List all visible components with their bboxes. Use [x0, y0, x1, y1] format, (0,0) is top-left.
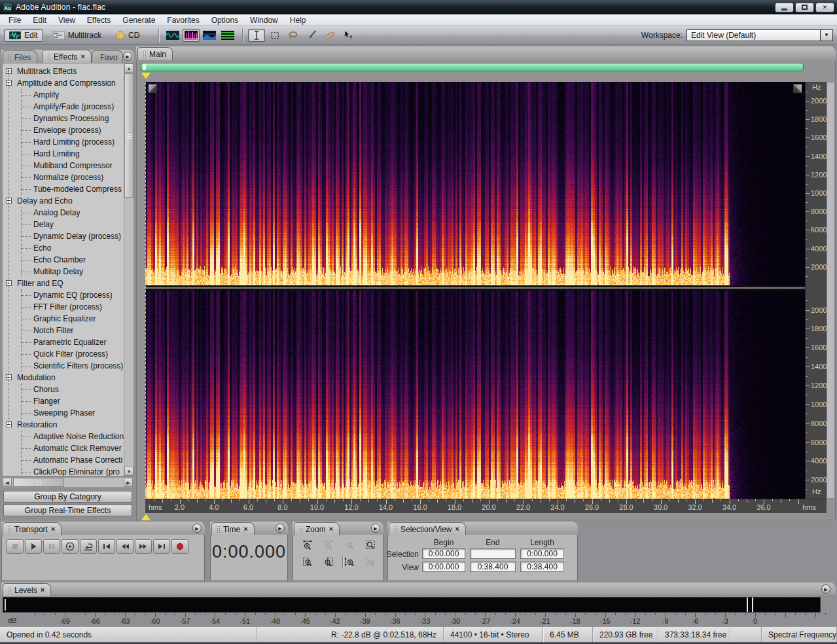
menu-item-help[interactable]: Help: [284, 14, 312, 26]
record-button[interactable]: [171, 539, 188, 554]
close-icon[interactable]: ×: [329, 526, 333, 533]
tree-item-parametric-equalizer[interactable]: Parametric Equalizer: [22, 336, 133, 348]
tree-item-scientific-filters-process[interactable]: Scientific Filters (process): [22, 360, 133, 372]
menu-item-view[interactable]: View: [52, 14, 81, 26]
panel-menu-button[interactable]: ▶: [192, 524, 202, 533]
spectral-phase-view-button[interactable]: [219, 29, 236, 42]
tab-levels[interactable]: Levels ×: [3, 583, 51, 596]
loop-button[interactable]: [80, 539, 97, 554]
tree-item-automatic-phase-correcti[interactable]: Automatic Phase Correcti: [22, 454, 133, 466]
tree-item-adaptive-noise-reduction[interactable]: Adaptive Noise Reduction: [22, 431, 133, 442]
spectral-frequency-view-button[interactable]: [183, 29, 200, 42]
time-ruler[interactable]: hms hms 2.04.06.08.010.012.014.016.018.0…: [145, 499, 827, 513]
scroll-down-icon[interactable]: ▼: [124, 467, 134, 476]
go-to-beginning-button[interactable]: [98, 539, 115, 554]
close-icon[interactable]: ×: [455, 526, 459, 533]
tree-item-amplify-fade-process[interactable]: Amplify/Fade (process): [22, 101, 133, 113]
pause-button[interactable]: [43, 539, 60, 554]
tree-item-echo-chamber[interactable]: Echo Chamber: [22, 254, 133, 266]
menu-item-edit[interactable]: Edit: [27, 14, 52, 26]
lasso-selection-tool-button[interactable]: [285, 29, 302, 42]
close-icon[interactable]: ×: [243, 526, 247, 533]
horizontal-navigator-bar[interactable]: [141, 63, 804, 71]
playhead-marker-top[interactable]: [141, 73, 151, 79]
rewind-button[interactable]: [116, 539, 134, 554]
playhead-line[interactable]: [145, 82, 146, 499]
menu-item-options[interactable]: Options: [205, 14, 244, 26]
tree-item-hard-limiting-process[interactable]: Hard Limiting (process): [22, 136, 133, 148]
tree-item-analog-delay[interactable]: Analog Delay: [22, 207, 133, 219]
fast-forward-button[interactable]: [135, 539, 152, 554]
spectrogram-canvas[interactable]: [145, 82, 805, 499]
tree-item-automatic-click-remover[interactable]: Automatic Click Remover: [22, 442, 133, 454]
tree-item-tube-modeled-compress[interactable]: Tube-modeled Compress: [22, 183, 133, 195]
tree-item-notch-filter[interactable]: Notch Filter: [22, 325, 133, 336]
edit-view-button[interactable]: Edit: [4, 29, 43, 42]
zoom-in-right-edge-button[interactable]: [320, 556, 337, 569]
menu-item-effects[interactable]: Effects: [81, 14, 116, 26]
tab-transport[interactable]: Transport ×: [3, 522, 62, 535]
tree-horizontal-scrollbar[interactable]: ◀ ▶: [2, 477, 134, 488]
panel-menu-button[interactable]: ▶: [821, 584, 830, 594]
scroll-up-icon[interactable]: ▲: [124, 63, 134, 73]
tab-favorites[interactable]: Favo: [92, 50, 123, 63]
zoom-to-selection-button[interactable]: [362, 539, 379, 552]
play-button[interactable]: [25, 539, 42, 554]
selection-handle-left-icon[interactable]: [149, 84, 157, 93]
tree-item-chorus[interactable]: Chorus: [22, 384, 133, 395]
tree-category-multitrack-effects[interactable]: Multitrack Effects: [3, 65, 133, 77]
frequency-ruler[interactable]: Hz Hz 2000400060008000100001200014000160…: [805, 82, 827, 499]
expand-icon[interactable]: [6, 68, 12, 74]
view-length-field[interactable]: 0:38.400: [520, 562, 564, 572]
stop-button[interactable]: [7, 539, 24, 554]
menu-item-generate[interactable]: Generate: [116, 14, 161, 26]
workspace-dropdown[interactable]: Edit View (Default) ▼: [686, 29, 833, 41]
menu-item-favorites[interactable]: Favorites: [161, 14, 205, 26]
close-button[interactable]: ✕: [815, 3, 834, 12]
panel-menu-button[interactable]: ▶: [276, 524, 285, 533]
close-icon[interactable]: ×: [41, 586, 45, 594]
tree-item-envelope-process[interactable]: Envelope (process): [22, 124, 133, 136]
zoom-in-left-edge-button[interactable]: [299, 556, 316, 569]
tree-item-quick-filter-process[interactable]: Quick Filter (process): [22, 348, 133, 360]
panel-menu-button[interactable]: ▶: [371, 524, 380, 533]
spectral-pan-view-button[interactable]: [201, 29, 218, 42]
scroll-left-icon[interactable]: ◀: [3, 478, 12, 487]
tree-category-delay-and-echo[interactable]: Delay and Echo: [3, 195, 133, 207]
group-by-category-button[interactable]: Group By Category: [3, 491, 132, 503]
cd-view-button[interactable]: CD: [111, 29, 144, 41]
selection-begin-field[interactable]: 0:00.000: [422, 548, 465, 559]
tree-item-multiband-compressor[interactable]: Multiband Compressor: [22, 160, 133, 171]
level-meter[interactable]: [3, 597, 821, 613]
tree-item-delay[interactable]: Delay: [22, 219, 133, 230]
view-begin-field[interactable]: 0:00.000: [422, 562, 465, 572]
tree-category-modulation[interactable]: Modulation: [3, 372, 133, 384]
play-from-cursor-button[interactable]: [62, 539, 79, 554]
marquee-selection-tool-button[interactable]: [266, 29, 283, 42]
tab-main[interactable]: Main: [137, 47, 173, 60]
tab-files[interactable]: Files: [3, 50, 37, 63]
spot-healing-brush-tool-button[interactable]: [321, 29, 338, 42]
tree-item-dynamics-processing[interactable]: Dynamics Processing: [22, 113, 133, 124]
tree-item-flanger[interactable]: Flanger: [22, 395, 133, 407]
menu-item-window[interactable]: Window: [244, 14, 284, 26]
effects-paintbrush-tool-button[interactable]: [303, 29, 320, 42]
selection-length-field[interactable]: 0:00.000: [520, 548, 564, 559]
tree-vertical-scrollbar[interactable]: ▲ ▼: [124, 63, 134, 476]
zoom-out-horizontally-button[interactable]: [320, 539, 337, 552]
view-end-field[interactable]: 0:38.400: [470, 562, 516, 572]
menu-item-file[interactable]: File: [3, 14, 27, 26]
tree-item-click-pop-eliminator-pro[interactable]: Click/Pop Eliminator (pro: [22, 466, 133, 476]
tree-category-filter-and-eq[interactable]: Filter and EQ: [3, 277, 133, 289]
tree-category-restoration[interactable]: Restoration: [3, 419, 133, 431]
maximize-button[interactable]: [795, 3, 814, 12]
zoom-out-vertically-button[interactable]: [362, 556, 379, 569]
tab-zoom[interactable]: Zoom ×: [294, 522, 340, 535]
selection-handle-right-icon[interactable]: [793, 84, 802, 93]
tree-item-multitap-delay[interactable]: Multitap Delay: [22, 266, 133, 277]
tab-time[interactable]: Time ×: [211, 522, 255, 535]
selection-end-field[interactable]: [470, 548, 516, 559]
tree-item-fft-filter-process[interactable]: FFT Filter (process): [22, 301, 133, 313]
tree-item-amplify[interactable]: Amplify: [22, 89, 133, 101]
waveform-view-button[interactable]: [164, 29, 181, 42]
